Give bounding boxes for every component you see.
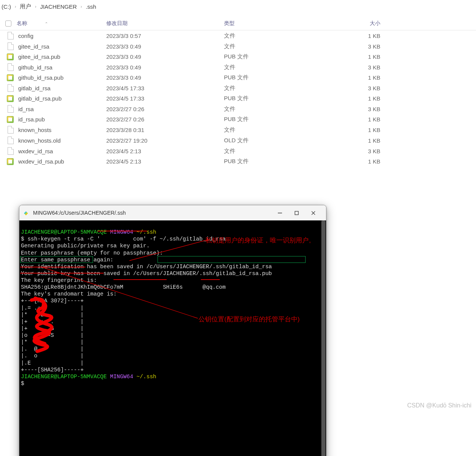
file-date: 2023/4/5 17:33 bbox=[106, 95, 224, 102]
file-size: 3 KB bbox=[325, 106, 383, 112]
file-row[interactable]: config2023/3/3 0:57文件1 KB bbox=[0, 30, 476, 41]
chevron-right-icon: › bbox=[35, 5, 36, 9]
file-type: 文件 bbox=[224, 85, 325, 92]
file-row[interactable]: gitee_id_rsa2023/3/3 0:49文件3 KB bbox=[0, 41, 476, 52]
file-date: 2023/4/5 17:33 bbox=[106, 85, 224, 91]
breadcrumb[interactable]: (C:) › 用户 › JIACHENGER › .ssh bbox=[0, 0, 476, 13]
file-row[interactable]: wxdev_id_rsa.pub2023/4/5 2:13PUB 文件1 KB bbox=[0, 156, 476, 167]
file-name: wxdev_id_rsa bbox=[17, 148, 106, 154]
pub-file-icon bbox=[7, 116, 14, 123]
file-type: PUB 文件 bbox=[224, 74, 325, 81]
file-type: OLD 文件 bbox=[224, 137, 325, 144]
file-list: config2023/3/3 0:57文件1 KBgitee_id_rsa202… bbox=[0, 30, 476, 167]
file-icon bbox=[8, 84, 14, 92]
file-name: gitee_id_rsa bbox=[17, 43, 106, 50]
file-size: 1 KB bbox=[325, 127, 383, 133]
file-date: 2023/2/27 0:26 bbox=[106, 106, 224, 112]
file-type: 文件 bbox=[224, 105, 325, 113]
file-size: 1 KB bbox=[325, 116, 383, 123]
file-size: 1 KB bbox=[325, 74, 383, 81]
file-size: 1 KB bbox=[325, 158, 383, 165]
file-date: 2023/3/3 0:49 bbox=[106, 53, 224, 60]
file-row[interactable]: known_hosts2023/3/28 0:31文件1 KB bbox=[0, 124, 476, 135]
file-size: 1 KB bbox=[325, 53, 383, 60]
file-row[interactable]: gitee_id_rsa.pub2023/3/3 0:49PUB 文件1 KB bbox=[0, 52, 476, 62]
file-row[interactable]: github_id_rsa2023/3/3 0:49文件3 KB bbox=[0, 62, 476, 72]
file-name: wxdev_id_rsa.pub bbox=[17, 158, 106, 165]
file-date: 2023/2/27 19:20 bbox=[106, 137, 224, 144]
column-name-label: 名称 bbox=[17, 20, 27, 27]
file-name: known_hosts.old bbox=[17, 137, 106, 144]
file-type: PUB 文件 bbox=[224, 95, 325, 102]
column-type[interactable]: 类型 bbox=[224, 20, 325, 27]
file-row[interactable]: id_rsa.pub2023/2/27 0:26PUB 文件1 KB bbox=[0, 114, 476, 124]
pub-file-icon bbox=[7, 95, 14, 102]
file-icon bbox=[8, 137, 14, 144]
file-name: gitlab_id_rsa.pub bbox=[17, 95, 106, 102]
file-row[interactable]: known_hosts.old2023/2/27 19:20OLD 文件1 KB bbox=[0, 135, 476, 146]
file-size: 1 KB bbox=[325, 33, 383, 39]
file-date: 2023/3/3 0:49 bbox=[106, 64, 224, 71]
file-date: 2023/3/3 0:49 bbox=[106, 74, 224, 81]
file-icon bbox=[8, 147, 14, 155]
column-size[interactable]: 大小 bbox=[325, 20, 383, 27]
breadcrumb-item[interactable]: 用户 bbox=[20, 3, 31, 10]
file-icon bbox=[8, 105, 14, 113]
file-name: known_hosts bbox=[17, 127, 106, 133]
breadcrumb-item[interactable]: (C:) bbox=[2, 3, 11, 10]
file-icon bbox=[8, 32, 14, 39]
file-type: PUB 文件 bbox=[224, 116, 325, 123]
file-date: 2023/3/3 0:49 bbox=[106, 43, 224, 50]
file-name: gitee_id_rsa.pub bbox=[17, 53, 106, 60]
file-row[interactable]: gitlab_id_rsa.pub2023/4/5 17:33PUB 文件1 K… bbox=[0, 93, 476, 104]
column-name[interactable]: 名称 ⌃ bbox=[17, 20, 106, 27]
file-size: 3 KB bbox=[325, 85, 383, 91]
column-date[interactable]: 修改日期 bbox=[106, 20, 224, 27]
file-date: 2023/4/5 2:13 bbox=[106, 158, 224, 165]
file-size: 3 KB bbox=[325, 43, 383, 50]
file-row[interactable]: wxdev_id_rsa2023/4/5 2:13文件3 KB bbox=[0, 146, 476, 156]
chevron-right-icon: › bbox=[15, 5, 16, 9]
file-type: PUB 文件 bbox=[224, 53, 325, 60]
file-type: 文件 bbox=[224, 148, 325, 155]
select-all-checkbox[interactable] bbox=[5, 20, 11, 27]
file-list-header: 名称 ⌃ 修改日期 类型 大小 bbox=[0, 17, 476, 30]
file-size: 1 KB bbox=[325, 95, 383, 102]
file-name: github_id_rsa bbox=[17, 64, 106, 71]
breadcrumb-item[interactable]: JIACHENGER bbox=[40, 3, 77, 10]
sort-arrow-icon: ⌃ bbox=[45, 22, 48, 26]
file-icon bbox=[8, 126, 14, 134]
file-icon bbox=[8, 63, 14, 71]
file-row[interactable]: github_id_rsa.pub2023/3/3 0:49PUB 文件1 KB bbox=[0, 72, 476, 83]
file-row[interactable]: id_rsa2023/2/27 0:26文件3 KB bbox=[0, 104, 476, 114]
file-size: 3 KB bbox=[325, 148, 383, 154]
pub-file-icon bbox=[7, 158, 14, 165]
file-type: 文件 bbox=[224, 64, 325, 71]
file-date: 2023/2/27 0:26 bbox=[106, 116, 224, 123]
file-size: 1 KB bbox=[325, 137, 383, 144]
file-row[interactable]: gitlab_id_rsa2023/4/5 17:33文件3 KB bbox=[0, 83, 476, 93]
file-size: 3 KB bbox=[325, 64, 383, 71]
file-icon bbox=[8, 42, 14, 50]
file-date: 2023/4/5 2:13 bbox=[106, 148, 224, 154]
file-name: config bbox=[17, 33, 106, 39]
file-type: 文件 bbox=[224, 32, 325, 39]
file-name: gitlab_id_rsa bbox=[17, 85, 106, 91]
pub-file-icon bbox=[7, 74, 14, 81]
file-type: PUB 文件 bbox=[224, 158, 325, 165]
file-type: 文件 bbox=[224, 126, 325, 134]
pub-file-icon bbox=[7, 53, 14, 60]
breadcrumb-item[interactable]: .ssh bbox=[86, 3, 96, 10]
file-name: id_rsa bbox=[17, 106, 106, 112]
file-date: 2023/3/3 0:57 bbox=[106, 33, 224, 39]
file-type: 文件 bbox=[224, 43, 325, 50]
chevron-right-icon: › bbox=[80, 5, 82, 9]
file-date: 2023/3/28 0:31 bbox=[106, 127, 224, 133]
file-name: github_id_rsa.pub bbox=[17, 74, 106, 81]
file-name: id_rsa.pub bbox=[17, 116, 106, 123]
